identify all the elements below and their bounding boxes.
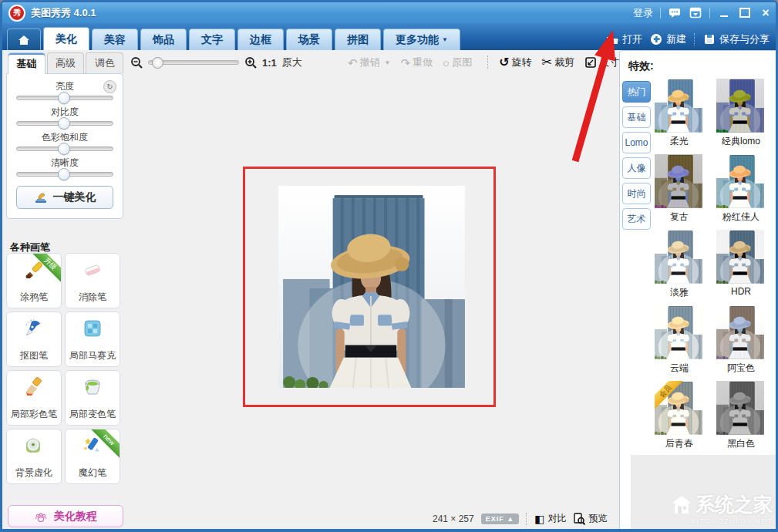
zoom-ratio-label[interactable]: 1:1 bbox=[262, 57, 277, 69]
feedback-icon[interactable] bbox=[668, 7, 682, 19]
zoom-out-icon[interactable] bbox=[130, 56, 143, 69]
new-button[interactable]: 新建 bbox=[650, 32, 686, 46]
effect-item[interactable]: HDR bbox=[716, 230, 766, 299]
nav-tab[interactable]: 饰品 bbox=[140, 29, 187, 50]
nav-tab[interactable]: 边框 bbox=[237, 29, 284, 50]
edited-photo[interactable] bbox=[278, 186, 466, 388]
folder-open-icon bbox=[606, 34, 618, 45]
nav-tab[interactable]: 美化 bbox=[43, 27, 89, 50]
nav-tab[interactable]: 美容 bbox=[92, 29, 138, 50]
beautify-tutorial-button[interactable]: 美化教程 bbox=[8, 505, 123, 527]
effect-thumbnail[interactable] bbox=[716, 305, 764, 359]
plus-circle-icon bbox=[650, 33, 662, 45]
compare-icon: ◧ bbox=[534, 513, 544, 524]
effect-item[interactable]: 黑白色 bbox=[716, 381, 766, 450]
zoom-original-label[interactable]: 原大 bbox=[282, 56, 302, 69]
brush-card[interactable]: 涂鸦笔 升级 bbox=[6, 253, 62, 308]
rotate-button[interactable]: ↺ 旋转 bbox=[499, 56, 531, 69]
effect-category-tab[interactable]: 热门 bbox=[622, 81, 651, 103]
adjust-tab[interactable]: 高级 bbox=[47, 52, 85, 73]
login-link[interactable]: 登录 bbox=[633, 6, 653, 20]
slider-handle[interactable] bbox=[58, 117, 70, 130]
effect-thumbnail[interactable] bbox=[655, 154, 702, 208]
effect-preview-image bbox=[716, 230, 764, 284]
effect-category-tab[interactable]: 基础 bbox=[622, 106, 651, 128]
adjust-tab[interactable]: 基础 bbox=[8, 52, 45, 74]
slider-handle[interactable] bbox=[58, 92, 70, 104]
rotate-icon: ↺ bbox=[499, 56, 509, 69]
zoom-slider[interactable] bbox=[148, 60, 239, 65]
effect-thumbnail[interactable] bbox=[716, 230, 764, 284]
nav-tab[interactable]: 场景 bbox=[286, 29, 332, 50]
effect-thumbnail[interactable] bbox=[716, 154, 764, 208]
effect-item[interactable]: 复古 bbox=[655, 154, 704, 224]
zoom-slider-handle[interactable] bbox=[152, 57, 163, 69]
undo-icon: ↶ bbox=[348, 57, 358, 69]
compare-button[interactable]: ◧ 对比 bbox=[534, 512, 566, 525]
nav-tab-label: 饰品 bbox=[153, 33, 174, 47]
brush-card[interactable]: 背景虚化 bbox=[6, 429, 62, 484]
save-icon bbox=[703, 33, 716, 45]
reset-sliders-icon[interactable]: ↻ bbox=[103, 80, 116, 93]
effect-thumbnail[interactable] bbox=[716, 381, 764, 435]
effect-category-tab[interactable]: Lomo bbox=[622, 132, 651, 153]
slider-track[interactable] bbox=[16, 146, 113, 151]
effect-thumbnail[interactable] bbox=[655, 305, 702, 359]
titlebar-divider bbox=[660, 8, 661, 19]
effect-label: 粉红佳人 bbox=[716, 210, 766, 224]
app-window: 秀 美图秀秀 4.0.1 登录 × 美化 美容 bbox=[0, 0, 778, 532]
undo-dropdown-icon[interactable]: ▼ bbox=[385, 59, 391, 66]
minimize-button[interactable] bbox=[717, 7, 731, 19]
effect-item[interactable]: 经典lomo bbox=[716, 79, 766, 148]
slider-handle[interactable] bbox=[58, 168, 70, 180]
original-image-button[interactable]: ○ 原图 bbox=[443, 56, 472, 69]
preview-button[interactable]: 预览 bbox=[573, 512, 607, 525]
close-button[interactable]: × bbox=[759, 7, 773, 19]
one-key-beautify-button[interactable]: 一键美化 bbox=[16, 186, 113, 209]
exif-badge[interactable]: EXIF ▲ bbox=[481, 513, 519, 524]
effect-item[interactable]: 阿宝色 bbox=[716, 305, 766, 375]
slider-track[interactable] bbox=[16, 172, 113, 177]
open-button[interactable]: 打开 bbox=[606, 32, 642, 46]
brush-card[interactable]: 抠图笔 bbox=[6, 311, 62, 367]
brush-card[interactable]: 消除笔 bbox=[65, 253, 120, 308]
brush-card[interactable]: 局部彩色笔 bbox=[6, 370, 62, 426]
effect-thumbnail[interactable] bbox=[655, 230, 702, 284]
effect-category-tab[interactable]: 时尚 bbox=[622, 183, 651, 204]
effect-category-tab[interactable]: 人像 bbox=[622, 157, 651, 179]
crop-button[interactable]: ✂ 裁剪 bbox=[542, 56, 574, 69]
zoom-in-icon[interactable] bbox=[244, 56, 257, 69]
save-share-button[interactable]: 保存与分享 bbox=[703, 32, 770, 46]
tab-home[interactable] bbox=[7, 29, 41, 50]
effect-item[interactable]: 会员 后青春 bbox=[655, 381, 704, 450]
effect-item[interactable]: 柔光 bbox=[655, 79, 704, 148]
effect-item[interactable]: 淡雅 bbox=[655, 230, 704, 299]
brush-card[interactable]: 局部马赛克 bbox=[65, 311, 120, 367]
undo-button[interactable]: ↶ 撤销 ▼ bbox=[348, 56, 391, 69]
effect-thumbnail[interactable]: 会员 bbox=[655, 381, 702, 435]
status-divider bbox=[526, 513, 527, 525]
effect-category-tab[interactable]: 艺术 bbox=[622, 208, 651, 230]
nav-tab[interactable]: 文字 bbox=[189, 29, 235, 50]
effect-thumbnail[interactable] bbox=[716, 79, 764, 133]
circle-icon: ○ bbox=[443, 57, 450, 69]
effect-item[interactable]: 云端 bbox=[655, 305, 704, 375]
maximize-button[interactable] bbox=[738, 7, 752, 19]
brush-icon bbox=[24, 318, 44, 338]
brush-card[interactable]: 局部变色笔 bbox=[65, 370, 120, 426]
resize-icon bbox=[584, 56, 597, 69]
effect-item[interactable]: 粉红佳人 bbox=[716, 154, 766, 224]
resize-button[interactable]: 尺寸 bbox=[584, 56, 619, 69]
effect-thumbnail[interactable] bbox=[655, 79, 702, 133]
nav-tab[interactable]: 拼图 bbox=[335, 29, 381, 50]
slider-track[interactable] bbox=[16, 96, 113, 100]
redo-button[interactable]: ↷ 重做 bbox=[401, 56, 433, 69]
adjust-tab[interactable]: 调色 bbox=[86, 52, 123, 73]
slider-handle[interactable] bbox=[58, 143, 70, 155]
actions-divider bbox=[694, 33, 695, 45]
skin-menu-icon[interactable] bbox=[689, 7, 702, 19]
effect-preview-image bbox=[655, 154, 702, 208]
brush-card[interactable]: 魔幻笔 new bbox=[65, 429, 120, 484]
nav-tab[interactable]: 更多功能 ▼ bbox=[383, 29, 460, 50]
slider-track[interactable] bbox=[16, 121, 113, 126]
